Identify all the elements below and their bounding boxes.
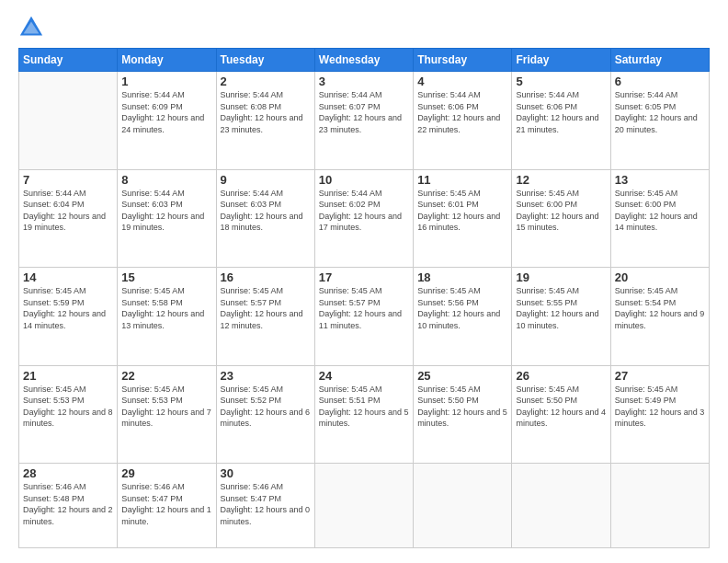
calendar-cell: 3Sunrise: 5:44 AMSunset: 6:07 PMDaylight… (314, 72, 413, 170)
calendar-week-row: 21Sunrise: 5:45 AMSunset: 5:53 PMDayligh… (19, 365, 710, 464)
calendar-cell: 16Sunrise: 5:45 AMSunset: 5:57 PMDayligh… (216, 268, 314, 366)
calendar-cell: 9Sunrise: 5:44 AMSunset: 6:03 PMDaylight… (216, 169, 314, 268)
day-number: 2 (221, 75, 311, 88)
day-number: 4 (417, 75, 507, 88)
day-number: 1 (121, 75, 211, 88)
day-number: 25 (417, 369, 507, 383)
day-info: Sunrise: 5:44 AMSunset: 6:05 PMDaylight:… (615, 89, 705, 135)
calendar-cell: 8Sunrise: 5:44 AMSunset: 6:03 PMDaylight… (118, 169, 216, 268)
day-info: Sunrise: 5:44 AMSunset: 6:04 PMDaylight:… (23, 188, 113, 234)
calendar-cell: 28Sunrise: 5:46 AMSunset: 5:48 PMDayligh… (19, 464, 118, 548)
calendar-cell: 23Sunrise: 5:45 AMSunset: 5:52 PMDayligh… (216, 365, 314, 464)
calendar-cell: 12Sunrise: 5:45 AMSunset: 6:00 PMDayligh… (512, 169, 610, 268)
logo-icon (18, 15, 44, 40)
day-number: 19 (516, 270, 606, 284)
weekday-header-tuesday: Tuesday (216, 49, 314, 72)
day-info: Sunrise: 5:44 AMSunset: 6:06 PMDaylight:… (516, 89, 606, 135)
calendar-cell: 2Sunrise: 5:44 AMSunset: 6:08 PMDaylight… (216, 72, 314, 170)
day-info: Sunrise: 5:46 AMSunset: 5:47 PMDaylight:… (221, 481, 311, 527)
day-number: 27 (615, 369, 705, 383)
day-number: 15 (121, 270, 211, 284)
day-number: 21 (23, 369, 113, 383)
day-number: 12 (516, 173, 606, 187)
calendar-week-row: 28Sunrise: 5:46 AMSunset: 5:48 PMDayligh… (19, 464, 710, 548)
day-number: 18 (417, 270, 507, 284)
weekday-header-friday: Friday (512, 49, 610, 72)
calendar-cell: 18Sunrise: 5:45 AMSunset: 5:56 PMDayligh… (414, 268, 512, 366)
calendar-cell: 13Sunrise: 5:45 AMSunset: 6:00 PMDayligh… (610, 169, 709, 268)
calendar-cell: 24Sunrise: 5:45 AMSunset: 5:51 PMDayligh… (314, 365, 413, 464)
calendar-cell: 22Sunrise: 5:45 AMSunset: 5:53 PMDayligh… (118, 365, 216, 464)
day-info: Sunrise: 5:45 AMSunset: 5:53 PMDaylight:… (23, 384, 113, 430)
weekday-header-saturday: Saturday (610, 49, 709, 72)
calendar-cell: 19Sunrise: 5:45 AMSunset: 5:55 PMDayligh… (512, 268, 610, 366)
day-number: 30 (221, 466, 311, 480)
calendar-cell (314, 464, 413, 548)
calendar-cell: 25Sunrise: 5:45 AMSunset: 5:50 PMDayligh… (414, 365, 512, 464)
day-number: 26 (516, 369, 606, 383)
weekday-header-wednesday: Wednesday (314, 49, 413, 72)
day-info: Sunrise: 5:44 AMSunset: 6:03 PMDaylight:… (221, 188, 311, 234)
weekday-header-row: SundayMondayTuesdayWednesdayThursdayFrid… (19, 49, 710, 72)
day-number: 9 (221, 173, 311, 187)
day-number: 22 (121, 369, 211, 383)
calendar-week-row: 14Sunrise: 5:45 AMSunset: 5:59 PMDayligh… (19, 268, 710, 366)
calendar-table: SundayMondayTuesdayWednesdayThursdayFrid… (18, 48, 710, 548)
day-number: 23 (221, 369, 311, 383)
day-info: Sunrise: 5:45 AMSunset: 5:49 PMDaylight:… (615, 384, 705, 430)
calendar-cell: 5Sunrise: 5:44 AMSunset: 6:06 PMDaylight… (512, 72, 610, 170)
day-number: 6 (615, 75, 705, 88)
calendar-cell: 27Sunrise: 5:45 AMSunset: 5:49 PMDayligh… (610, 365, 709, 464)
day-info: Sunrise: 5:45 AMSunset: 5:58 PMDaylight:… (121, 285, 211, 331)
calendar-week-row: 1Sunrise: 5:44 AMSunset: 6:09 PMDaylight… (19, 72, 710, 170)
day-info: Sunrise: 5:45 AMSunset: 6:00 PMDaylight:… (516, 188, 606, 234)
calendar-cell: 4Sunrise: 5:44 AMSunset: 6:06 PMDaylight… (414, 72, 512, 170)
day-number: 14 (23, 270, 113, 284)
weekday-header-monday: Monday (118, 49, 216, 72)
weekday-header-sunday: Sunday (19, 49, 118, 72)
day-number: 5 (516, 75, 606, 88)
day-info: Sunrise: 5:45 AMSunset: 5:54 PMDaylight:… (615, 285, 705, 331)
calendar-cell: 10Sunrise: 5:44 AMSunset: 6:02 PMDayligh… (314, 169, 413, 268)
calendar-cell (19, 72, 118, 170)
calendar-cell: 1Sunrise: 5:44 AMSunset: 6:09 PMDaylight… (118, 72, 216, 170)
calendar-cell: 11Sunrise: 5:45 AMSunset: 6:01 PMDayligh… (414, 169, 512, 268)
day-info: Sunrise: 5:45 AMSunset: 5:51 PMDaylight:… (319, 384, 409, 430)
day-info: Sunrise: 5:45 AMSunset: 5:57 PMDaylight:… (221, 285, 311, 331)
day-info: Sunrise: 5:45 AMSunset: 5:56 PMDaylight:… (417, 285, 507, 331)
day-info: Sunrise: 5:45 AMSunset: 5:57 PMDaylight:… (319, 285, 409, 331)
day-number: 11 (417, 173, 507, 187)
calendar-cell: 26Sunrise: 5:45 AMSunset: 5:50 PMDayligh… (512, 365, 610, 464)
day-number: 3 (319, 75, 409, 88)
day-info: Sunrise: 5:44 AMSunset: 6:06 PMDaylight:… (417, 89, 507, 135)
calendar-cell: 17Sunrise: 5:45 AMSunset: 5:57 PMDayligh… (314, 268, 413, 366)
day-info: Sunrise: 5:45 AMSunset: 5:52 PMDaylight:… (221, 384, 311, 430)
calendar-cell: 7Sunrise: 5:44 AMSunset: 6:04 PMDaylight… (19, 169, 118, 268)
day-number: 20 (615, 270, 705, 284)
calendar-cell: 15Sunrise: 5:45 AMSunset: 5:58 PMDayligh… (118, 268, 216, 366)
calendar-cell: 21Sunrise: 5:45 AMSunset: 5:53 PMDayligh… (19, 365, 118, 464)
logo (18, 15, 48, 40)
day-info: Sunrise: 5:45 AMSunset: 5:55 PMDaylight:… (516, 285, 606, 331)
day-info: Sunrise: 5:45 AMSunset: 6:00 PMDaylight:… (615, 188, 705, 234)
day-info: Sunrise: 5:44 AMSunset: 6:02 PMDaylight:… (319, 188, 409, 234)
day-number: 24 (319, 369, 409, 383)
calendar-cell (414, 464, 512, 548)
day-number: 17 (319, 270, 409, 284)
header (18, 15, 710, 40)
page: SundayMondayTuesdayWednesdayThursdayFrid… (0, 0, 728, 563)
calendar-cell: 6Sunrise: 5:44 AMSunset: 6:05 PMDaylight… (610, 72, 709, 170)
day-info: Sunrise: 5:45 AMSunset: 5:53 PMDaylight:… (121, 384, 211, 430)
day-info: Sunrise: 5:46 AMSunset: 5:48 PMDaylight:… (23, 481, 113, 527)
day-number: 10 (319, 173, 409, 187)
day-info: Sunrise: 5:44 AMSunset: 6:07 PMDaylight:… (319, 89, 409, 135)
calendar-cell: 14Sunrise: 5:45 AMSunset: 5:59 PMDayligh… (19, 268, 118, 366)
weekday-header-thursday: Thursday (414, 49, 512, 72)
day-number: 8 (121, 173, 211, 187)
calendar-cell: 20Sunrise: 5:45 AMSunset: 5:54 PMDayligh… (610, 268, 709, 366)
calendar-cell (512, 464, 610, 548)
calendar-cell: 30Sunrise: 5:46 AMSunset: 5:47 PMDayligh… (216, 464, 314, 548)
calendar-cell: 29Sunrise: 5:46 AMSunset: 5:47 PMDayligh… (118, 464, 216, 548)
day-number: 16 (221, 270, 311, 284)
day-info: Sunrise: 5:46 AMSunset: 5:47 PMDaylight:… (121, 481, 211, 527)
